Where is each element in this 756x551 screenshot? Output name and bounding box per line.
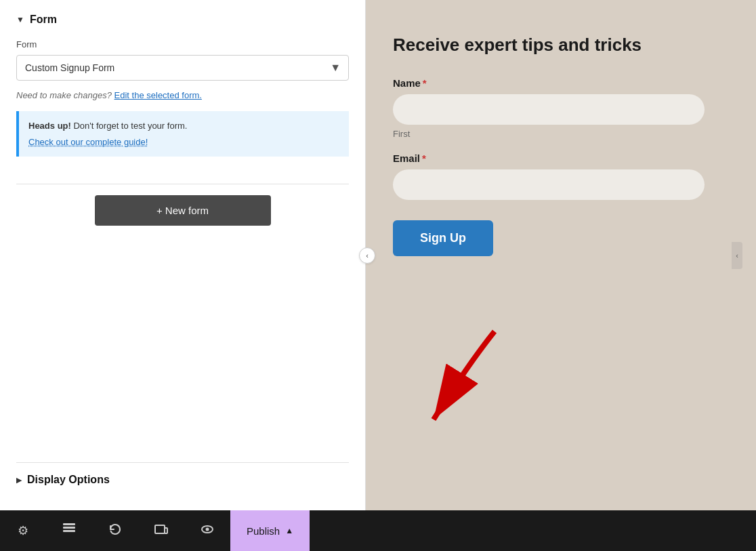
svg-rect-4 <box>155 525 165 533</box>
edit-selected-form-link[interactable]: Edit the selected form. <box>114 90 202 100</box>
form-select[interactable]: Custom Signup Form Contact Form Newslett… <box>16 55 349 81</box>
edit-link-row: Need to make changes? Edit the selected … <box>16 90 349 100</box>
svg-rect-1 <box>63 527 75 529</box>
form-section-header: ▼ Form <box>16 14 349 26</box>
publish-button[interactable]: Publish ▲ <box>230 510 310 551</box>
history-icon <box>108 522 123 540</box>
email-required-marker: * <box>422 152 426 164</box>
info-box-body: Don't forget to test your form. <box>71 121 188 131</box>
guide-link[interactable]: Check out our complete guide! <box>28 136 339 149</box>
info-box-text: Heads up! Don't forget to test your form… <box>28 119 339 133</box>
history-button[interactable] <box>92 510 138 551</box>
name-field-label: Name* <box>393 77 745 89</box>
settings-button[interactable]: ⚙ <box>0 510 46 551</box>
email-input[interactable] <box>393 169 705 200</box>
name-sublabel: First <box>393 129 745 139</box>
svg-point-7 <box>206 527 209 531</box>
email-field-label: Email* <box>393 152 745 164</box>
toolbar-icons-group: ⚙ <box>0 510 230 551</box>
layers-icon <box>62 522 77 540</box>
svg-rect-2 <box>63 530 75 532</box>
form-select-wrapper: Custom Signup Form Contact Form Newslett… <box>16 55 349 81</box>
bottom-toolbar: ⚙ <box>0 510 756 551</box>
right-collapse-strip[interactable]: ‹ <box>732 242 742 269</box>
preview-button[interactable] <box>184 510 230 551</box>
info-box: Heads up! Don't forget to test your form… <box>16 111 349 157</box>
name-required-marker: * <box>423 77 427 89</box>
right-panel: ‹ Receive expert tips and tricks Name* F… <box>366 0 756 510</box>
collapse-form-icon[interactable]: ▼ <box>16 15 24 24</box>
new-form-button[interactable]: + New form <box>95 195 271 226</box>
form-preview: Receive expert tips and tricks Name* Fir… <box>393 27 745 263</box>
responsive-button[interactable] <box>138 510 184 551</box>
publish-label: Publish <box>247 525 280 537</box>
layers-button[interactable] <box>46 510 92 551</box>
responsive-icon <box>154 522 169 540</box>
display-options-header[interactable]: ▶ Display Options <box>16 462 349 497</box>
form-preview-title: Receive expert tips and tricks <box>393 34 745 57</box>
svg-rect-5 <box>165 528 167 533</box>
display-options-title: Display Options <box>27 474 110 486</box>
form-section-title: Form <box>30 14 57 26</box>
red-arrow-annotation <box>386 325 522 449</box>
panel-collapse-button[interactable]: ‹ <box>359 247 375 264</box>
name-field-group: Name* First <box>393 77 745 139</box>
svg-rect-3 <box>63 523 75 525</box>
email-field-group: Email* <box>393 152 745 200</box>
signup-button[interactable]: Sign Up <box>393 220 493 256</box>
left-panel: ▼ Form Form Custom Signup Form Contact F… <box>0 0 366 510</box>
eye-icon <box>200 522 215 540</box>
info-box-bold: Heads up! <box>28 121 71 131</box>
form-field-label: Form <box>16 39 349 49</box>
edit-link-prefix: Need to make changes? <box>16 90 112 100</box>
section-divider <box>16 184 349 184</box>
name-input[interactable] <box>393 94 705 125</box>
settings-icon: ⚙ <box>18 523 28 538</box>
publish-chevron-icon: ▲ <box>285 526 293 535</box>
display-options-arrow-icon: ▶ <box>16 476 22 485</box>
